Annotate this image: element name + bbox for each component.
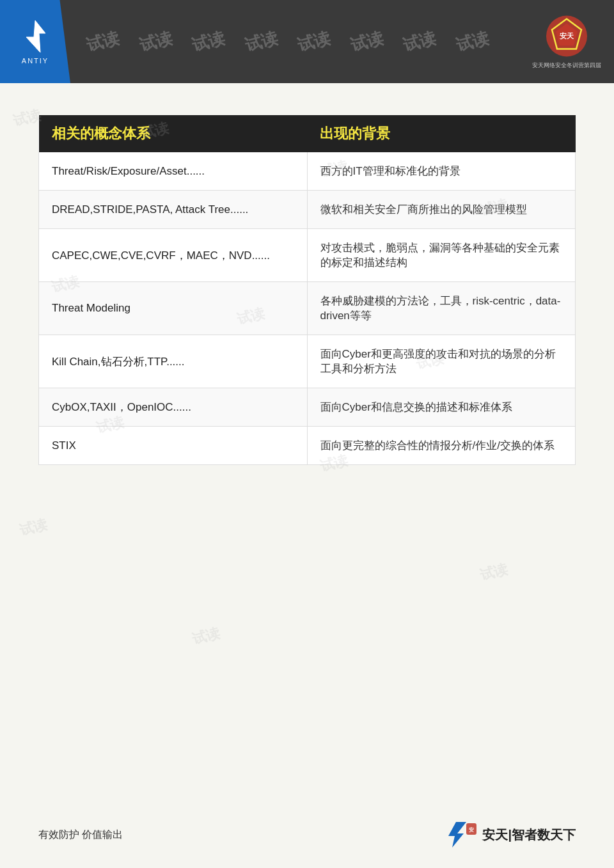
- header: ANTIY 试读 试读 试读 试读 试读 试读 试读 试读 安天 安天网络安全冬…: [0, 0, 614, 83]
- table-row: Kill Chain,钻石分析,TTP......面向Cyber和更高强度的攻击…: [39, 335, 576, 388]
- header-wm-1: 试读: [84, 26, 122, 56]
- table-cell-col1: STIX: [39, 427, 308, 465]
- table-cell-col1: CAPEC,CWE,CVE,CVRF，MAEC，NVD......: [39, 229, 308, 282]
- main-content: 相关的概念体系 出现的背景 Threat/Risk/Exposure/Asset…: [0, 83, 614, 868]
- header-subtitle: 安天网络安全冬训营第四届: [532, 61, 601, 70]
- header-wm-4: 试读: [242, 26, 280, 56]
- footer-slogan: 有效防护 价值输出: [38, 828, 123, 842]
- col1-header: 相关的概念体系: [39, 115, 308, 152]
- table-cell-col1: CybOX,TAXII，OpenIOC......: [39, 388, 308, 427]
- col2-header: 出现的背景: [307, 115, 576, 152]
- logo-text: ANTIY: [22, 57, 49, 65]
- footer: 有效防护 价值输出 安 安天|智者数天下: [38, 821, 576, 849]
- footer-logo-text: 安天|智者数天下: [482, 826, 576, 844]
- svg-marker-5: [448, 822, 466, 848]
- table-row: CAPEC,CWE,CVE,CVRF，MAEC，NVD......对攻击模式，脆…: [39, 229, 576, 282]
- table-cell-col1: DREAD,STRIDE,PASTA, Attack Tree......: [39, 191, 308, 229]
- svg-text:安: 安: [468, 826, 474, 833]
- table-row: Threat Modeling各种威胁建模的方法论，工具，risk-centri…: [39, 282, 576, 335]
- table-cell-col1: Threat/Risk/Exposure/Asset......: [39, 152, 308, 191]
- table-row: DREAD,STRIDE,PASTA, Attack Tree......微软和…: [39, 191, 576, 229]
- header-wm-2: 试读: [137, 26, 175, 56]
- header-wm-3: 试读: [190, 26, 228, 56]
- table-cell-col2: 西方的IT管理和标准化的背景: [307, 152, 576, 191]
- footer-logo: 安 安天|智者数天下: [443, 821, 576, 849]
- table-cell-col2: 面向Cyber和更高强度的攻击和对抗的场景的分析工具和分析方法: [307, 335, 576, 388]
- header-wm-8: 试读: [453, 26, 491, 56]
- table-cell-col2: 面向更完整的综合性的情报分析/作业/交换的体系: [307, 427, 576, 465]
- table-cell-col1: Kill Chain,钻石分析,TTP......: [39, 335, 308, 388]
- header-wm-7: 试读: [401, 26, 439, 56]
- table-row: Threat/Risk/Exposure/Asset......西方的IT管理和…: [39, 152, 576, 191]
- svg-marker-0: [26, 20, 45, 52]
- footer-logo-icon: 安: [443, 821, 478, 849]
- table-row: STIX面向更完整的综合性的情报分析/作业/交换的体系: [39, 427, 576, 465]
- header-wm-6: 试读: [348, 26, 386, 56]
- table-cell-col2: 各种威胁建模的方法论，工具，risk-centric，data-driven等等: [307, 282, 576, 335]
- antiy-emblem-icon: 安天: [544, 14, 589, 59]
- logo-block: ANTIY: [0, 0, 70, 83]
- table-row: CybOX,TAXII，OpenIOC......面向Cyber和信息交换的描述…: [39, 388, 576, 427]
- table-cell-col2: 面向Cyber和信息交换的描述和标准体系: [307, 388, 576, 427]
- table-cell-col2: 对攻击模式，脆弱点，漏洞等各种基础的安全元素的标定和描述结构: [307, 229, 576, 282]
- header-right-logo: 安天 安天网络安全冬训营第四届: [532, 14, 601, 70]
- header-wm-5: 试读: [295, 26, 333, 56]
- table-cell-col2: 微软和相关安全厂商所推出的风险管理模型: [307, 191, 576, 229]
- logo-icon: [21, 19, 50, 54]
- svg-text:安天: 安天: [559, 32, 574, 40]
- table-cell-col1: Threat Modeling: [39, 282, 308, 335]
- header-watermarks: 试读 试读 试读 试读 试读 试读 试读 试读: [0, 0, 614, 83]
- concept-table: 相关的概念体系 出现的背景 Threat/Risk/Exposure/Asset…: [38, 115, 576, 465]
